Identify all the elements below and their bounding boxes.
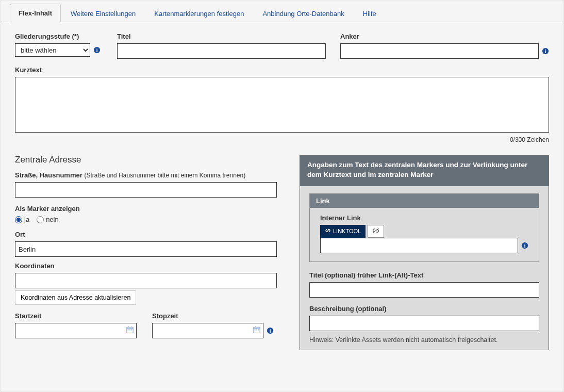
info-icon[interactable]: i — [521, 242, 528, 249]
marker-ja-radio[interactable]: ja — [15, 216, 29, 223]
svg-text:i: i — [524, 242, 526, 248]
als-marker-label: Als Marker anzeigen — [15, 205, 277, 213]
titel-input[interactable] — [117, 43, 326, 59]
svg-text:i: i — [545, 48, 546, 54]
kurztext-label: Kurztext — [15, 66, 549, 74]
svg-text:i: i — [96, 47, 98, 53]
svg-text:i: i — [270, 328, 271, 334]
interner-link-label: Interner Link — [320, 214, 528, 222]
tab-flex-inhalt[interactable]: Flex-Inhalt — [10, 4, 61, 22]
info-icon[interactable]: i — [267, 327, 274, 334]
interner-link-input[interactable] — [320, 238, 518, 253]
unlink-icon — [372, 227, 379, 235]
link-panel-head: Link — [310, 194, 539, 208]
titel-optional-input[interactable] — [309, 282, 539, 298]
tab-hilfe[interactable]: Hilfe — [354, 4, 385, 22]
strasse-hint: (Straße und Hausnummer bitte mit einem K… — [84, 172, 245, 179]
marker-ja-label: ja — [24, 216, 29, 223]
link-icon — [325, 227, 331, 235]
marker-panel-head: Angaben zum Text des zentralen Markers u… — [300, 155, 549, 186]
anker-input[interactable] — [340, 43, 539, 59]
tab-bar: Flex-Inhalt Weitere Einstellungen Karten… — [1, 1, 563, 22]
link-panel: Link Interner Link LINKTOOL — [309, 193, 539, 262]
startzeit-label: Startzeit — [15, 312, 137, 320]
anker-label: Anker — [340, 32, 549, 40]
koordinaten-update-button[interactable]: Koordinaten aus Adresse aktualisieren — [15, 290, 136, 305]
startzeit-input[interactable] — [15, 323, 137, 338]
unlink-button[interactable] — [368, 225, 384, 238]
titel-optional-label: Titel (optional) früher Link-(Alt)-Text — [309, 271, 539, 279]
zentrale-adresse-title: Zentrale Adresse — [15, 155, 277, 165]
strasse-input[interactable] — [15, 182, 277, 198]
tab-content: Gliederungsstufe (*) bitte wählen i Tite… — [1, 22, 563, 391]
koordinaten-label: Koordinaten — [15, 262, 277, 270]
tab-anbindung-orte[interactable]: Anbindung Orte-Datenbank — [254, 4, 353, 22]
beschreibung-input[interactable] — [309, 316, 539, 331]
marker-panel: Angaben zum Text des zentralen Markers u… — [300, 155, 549, 350]
kurztext-textarea[interactable] — [15, 77, 549, 133]
stopzeit-label: Stopzeit — [152, 312, 274, 320]
kurztext-char-count: 0/300 Zeichen — [15, 136, 549, 143]
marker-nein-radio[interactable]: nein — [37, 216, 59, 223]
ort-input[interactable] — [15, 241, 277, 257]
koordinaten-input[interactable] — [15, 273, 277, 288]
stopzeit-input[interactable] — [152, 323, 263, 338]
strasse-label: Straße, Hausnummer (Straße und Hausnumme… — [15, 171, 277, 179]
linktool-button[interactable]: LINKTOOL — [320, 225, 366, 238]
tab-weitere-einstellungen[interactable]: Weitere Einstellungen — [62, 4, 144, 22]
beschreibung-label: Beschreibung (optional) — [309, 305, 539, 313]
marker-nein-label: nein — [46, 216, 59, 223]
tab-kartenmarkierungen[interactable]: Kartenmarkierungen festlegen — [145, 4, 253, 22]
ort-label: Ort — [15, 231, 277, 238]
assets-hint: Hinweis: Verlinkte Assets werden nicht a… — [309, 336, 539, 344]
gliederungsstufe-label: Gliederungsstufe (*) — [15, 32, 103, 40]
form-container: Flex-Inhalt Weitere Einstellungen Karten… — [0, 0, 564, 392]
titel-label: Titel — [117, 32, 326, 40]
gliederungsstufe-select[interactable]: bitte wählen — [15, 43, 90, 57]
info-icon[interactable]: i — [93, 46, 101, 54]
info-icon[interactable]: i — [542, 47, 549, 55]
